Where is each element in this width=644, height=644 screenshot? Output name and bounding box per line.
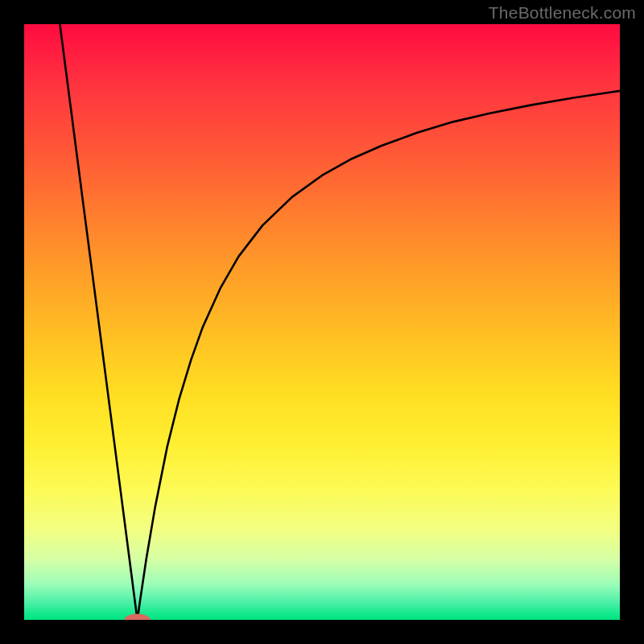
curve-right: [138, 91, 620, 620]
curve-svg: [24, 24, 620, 620]
curve-left: [60, 24, 137, 620]
chart-frame: TheBottleneck.com: [0, 0, 644, 644]
watermark-text: TheBottleneck.com: [489, 3, 636, 23]
vertex-marker: [124, 614, 151, 620]
plot-area: [24, 24, 620, 620]
